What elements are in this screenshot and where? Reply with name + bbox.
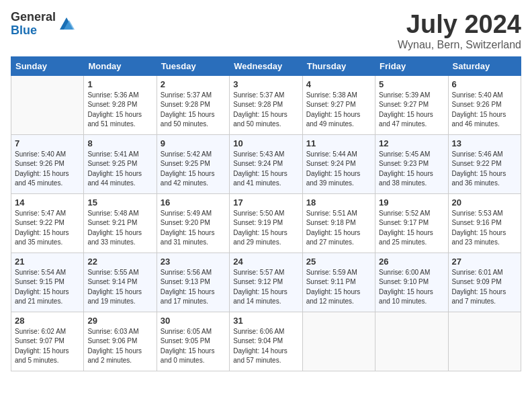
table-row: 2Sunrise: 5:37 AMSunset: 9:28 PMDaylight…: [157, 75, 229, 134]
table-row: 10Sunrise: 5:43 AMSunset: 9:24 PMDayligh…: [230, 134, 302, 193]
day-info: Sunrise: 5:59 AMSunset: 9:11 PMDaylight:…: [306, 268, 371, 307]
day-number: 9: [161, 138, 226, 148]
day-info: Sunrise: 6:01 AMSunset: 9:09 PMDaylight:…: [452, 268, 517, 307]
day-number: 27: [452, 257, 517, 267]
day-info: Sunrise: 5:46 AMSunset: 9:22 PMDaylight:…: [452, 150, 517, 189]
table-row: 29Sunrise: 6:03 AMSunset: 9:06 PMDayligh…: [84, 312, 157, 371]
day-info: Sunrise: 6:03 AMSunset: 9:06 PMDaylight:…: [87, 327, 152, 366]
day-number: 12: [379, 138, 444, 148]
day-info: Sunrise: 5:38 AMSunset: 9:27 PMDaylight:…: [306, 91, 371, 130]
col-monday: Monday: [84, 56, 157, 75]
day-number: 16: [161, 197, 226, 208]
table-row: 14Sunrise: 5:47 AMSunset: 9:22 PMDayligh…: [11, 193, 84, 253]
day-number: 28: [15, 316, 80, 326]
day-number: 11: [306, 138, 371, 148]
calendar-header-row: Sunday Monday Tuesday Wednesday Thursday…: [11, 56, 521, 75]
day-number: 7: [15, 138, 80, 148]
day-info: Sunrise: 5:47 AMSunset: 9:22 PMDaylight:…: [15, 209, 80, 248]
col-tuesday: Tuesday: [157, 56, 229, 75]
table-row: 31Sunrise: 6:06 AMSunset: 9:04 PMDayligh…: [230, 312, 302, 371]
table-row: [11, 75, 84, 134]
day-info: Sunrise: 5:53 AMSunset: 9:16 PMDaylight:…: [452, 209, 517, 248]
day-info: Sunrise: 5:51 AMSunset: 9:18 PMDaylight:…: [306, 209, 371, 248]
day-number: 22: [87, 257, 152, 267]
table-row: 23Sunrise: 5:56 AMSunset: 9:13 PMDayligh…: [157, 253, 229, 312]
day-number: 15: [87, 197, 152, 208]
calendar-week-row: 28Sunrise: 6:02 AMSunset: 9:07 PMDayligh…: [11, 312, 521, 371]
day-number: 13: [452, 138, 517, 148]
day-number: 23: [161, 257, 226, 267]
col-wednesday: Wednesday: [230, 56, 302, 75]
day-number: 6: [452, 79, 517, 89]
day-info: Sunrise: 5:48 AMSunset: 9:21 PMDaylight:…: [87, 209, 152, 248]
calendar-week-row: 7Sunrise: 5:40 AMSunset: 9:26 PMDaylight…: [11, 134, 521, 193]
table-row: [448, 312, 521, 371]
table-row: 13Sunrise: 5:46 AMSunset: 9:22 PMDayligh…: [448, 134, 521, 193]
day-info: Sunrise: 5:57 AMSunset: 9:12 PMDaylight:…: [233, 268, 298, 307]
table-row: 4Sunrise: 5:38 AMSunset: 9:27 PMDaylight…: [302, 75, 375, 134]
col-thursday: Thursday: [302, 56, 375, 75]
table-row: 8Sunrise: 5:41 AMSunset: 9:25 PMDaylight…: [84, 134, 157, 193]
table-row: 5Sunrise: 5:39 AMSunset: 9:27 PMDaylight…: [375, 75, 448, 134]
day-number: 30: [161, 316, 226, 326]
table-row: 24Sunrise: 5:57 AMSunset: 9:12 PMDayligh…: [230, 253, 302, 312]
day-number: 1: [87, 79, 152, 89]
day-number: 4: [306, 79, 371, 89]
day-info: Sunrise: 5:43 AMSunset: 9:24 PMDaylight:…: [233, 150, 298, 189]
day-info: Sunrise: 6:00 AMSunset: 9:10 PMDaylight:…: [379, 268, 444, 307]
table-row: 21Sunrise: 5:54 AMSunset: 9:15 PMDayligh…: [11, 253, 84, 312]
day-number: 20: [452, 197, 517, 208]
table-row: 28Sunrise: 6:02 AMSunset: 9:07 PMDayligh…: [11, 312, 84, 371]
day-number: 26: [379, 257, 444, 267]
day-number: 24: [233, 257, 298, 267]
day-number: 29: [87, 316, 152, 326]
calendar-week-row: 14Sunrise: 5:47 AMSunset: 9:22 PMDayligh…: [11, 193, 521, 253]
day-number: 25: [306, 257, 371, 267]
table-row: 30Sunrise: 6:05 AMSunset: 9:05 PMDayligh…: [157, 312, 229, 371]
table-row: 7Sunrise: 5:40 AMSunset: 9:26 PMDaylight…: [11, 134, 84, 193]
table-row: 17Sunrise: 5:50 AMSunset: 9:19 PMDayligh…: [230, 193, 302, 253]
day-number: 31: [233, 316, 298, 326]
table-row: [302, 312, 375, 371]
day-info: Sunrise: 5:55 AMSunset: 9:14 PMDaylight:…: [87, 268, 152, 307]
logo: General Blue: [11, 11, 76, 38]
day-info: Sunrise: 5:49 AMSunset: 9:20 PMDaylight:…: [161, 209, 226, 248]
calendar-week-row: 21Sunrise: 5:54 AMSunset: 9:15 PMDayligh…: [11, 253, 521, 312]
day-info: Sunrise: 6:05 AMSunset: 9:05 PMDaylight:…: [161, 327, 226, 366]
page-header: General Blue July 2024 Wynau, Bern, Swit…: [11, 11, 521, 51]
table-row: 26Sunrise: 6:00 AMSunset: 9:10 PMDayligh…: [375, 253, 448, 312]
day-info: Sunrise: 5:39 AMSunset: 9:27 PMDaylight:…: [379, 91, 444, 130]
day-number: 21: [15, 257, 80, 267]
day-info: Sunrise: 5:41 AMSunset: 9:25 PMDaylight:…: [87, 150, 152, 189]
table-row: 9Sunrise: 5:42 AMSunset: 9:25 PMDaylight…: [157, 134, 229, 193]
table-row: [375, 312, 448, 371]
day-number: 14: [15, 197, 80, 208]
day-info: Sunrise: 5:42 AMSunset: 9:25 PMDaylight:…: [161, 150, 226, 189]
table-row: 15Sunrise: 5:48 AMSunset: 9:21 PMDayligh…: [84, 193, 157, 253]
day-info: Sunrise: 5:50 AMSunset: 9:19 PMDaylight:…: [233, 209, 298, 248]
day-number: 2: [161, 79, 226, 89]
table-row: 19Sunrise: 5:52 AMSunset: 9:17 PMDayligh…: [375, 193, 448, 253]
day-number: 17: [233, 197, 298, 208]
day-info: Sunrise: 5:37 AMSunset: 9:28 PMDaylight:…: [233, 91, 298, 130]
logo-icon: [57, 15, 76, 34]
table-row: 16Sunrise: 5:49 AMSunset: 9:20 PMDayligh…: [157, 193, 229, 253]
col-friday: Friday: [375, 56, 448, 75]
day-number: 5: [379, 79, 444, 89]
day-info: Sunrise: 5:45 AMSunset: 9:23 PMDaylight:…: [379, 150, 444, 189]
day-number: 18: [306, 197, 371, 208]
month-year-title: July 2024: [398, 11, 521, 39]
title-block: July 2024 Wynau, Bern, Switzerland: [398, 11, 521, 51]
logo-general-text: General: [11, 11, 56, 24]
day-info: Sunrise: 5:40 AMSunset: 9:26 PMDaylight:…: [452, 91, 517, 130]
table-row: 18Sunrise: 5:51 AMSunset: 9:18 PMDayligh…: [302, 193, 375, 253]
day-info: Sunrise: 6:02 AMSunset: 9:07 PMDaylight:…: [15, 327, 80, 366]
col-sunday: Sunday: [11, 56, 84, 75]
day-info: Sunrise: 5:44 AMSunset: 9:24 PMDaylight:…: [306, 150, 371, 189]
day-info: Sunrise: 5:37 AMSunset: 9:28 PMDaylight:…: [161, 91, 226, 130]
day-info: Sunrise: 6:06 AMSunset: 9:04 PMDaylight:…: [233, 327, 298, 366]
day-number: 10: [233, 138, 298, 148]
day-number: 3: [233, 79, 298, 89]
day-number: 19: [379, 197, 444, 208]
table-row: 6Sunrise: 5:40 AMSunset: 9:26 PMDaylight…: [448, 75, 521, 134]
